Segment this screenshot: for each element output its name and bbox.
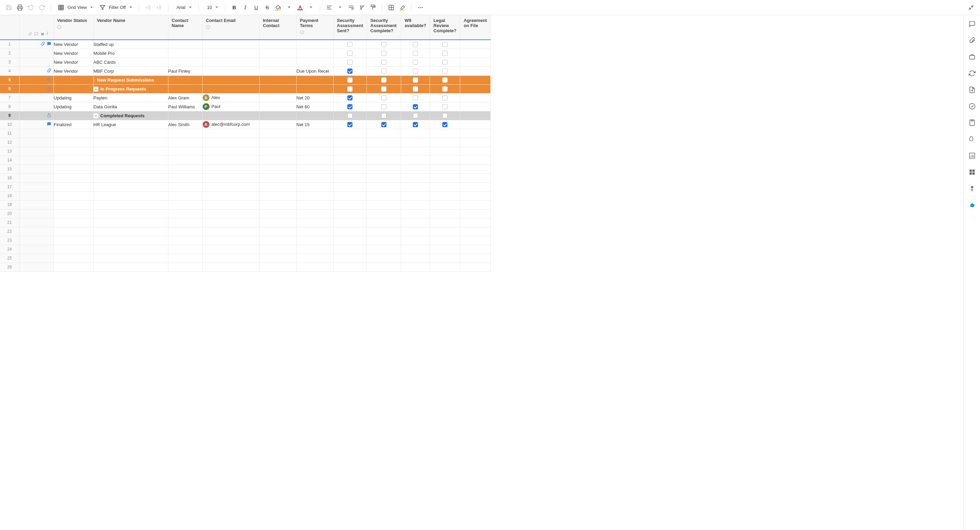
cell-internal-contact[interactable] [259,93,296,102]
table-row[interactable]: 16 [0,173,491,182]
checkbox[interactable] [381,122,387,127]
cell-w9[interactable] [401,49,430,57]
row-number[interactable]: 2 [0,49,19,57]
cell-vendor-status[interactable]: New Vendor [54,67,93,75]
underline-icon[interactable]: U [251,3,261,12]
cell-security-sent[interactable] [333,67,367,75]
cell-legal-review[interactable] [430,102,460,111]
checkbox[interactable] [413,60,418,65]
checkbox[interactable] [413,68,418,74]
cell-legal-review[interactable] [430,120,460,129]
cell-payment-terms[interactable] [296,49,333,57]
redo-icon[interactable] [37,3,47,12]
row-number[interactable]: 19 [0,200,19,209]
rail-microsoft-icon[interactable] [967,167,977,177]
format-painter-icon[interactable] [368,3,378,12]
checkbox[interactable] [347,78,353,83]
rail-chart-icon[interactable] [967,151,977,161]
cell-contact-email[interactable] [202,67,259,75]
cell-vendor-status[interactable] [54,75,93,84]
cell-security-sent[interactable] [333,120,367,129]
checkbox[interactable] [442,68,447,74]
table-row[interactable]: 1 New Vendor Staffed up [0,40,491,49]
table-row[interactable]: 8 Updating Data Gorilla Paul Williams PP… [0,102,491,111]
clear-format-icon[interactable] [357,3,367,12]
cell-vendor-name[interactable]: HR League [93,120,168,129]
col-contact-name[interactable]: Contact Name [168,15,202,40]
row-number[interactable]: 24 [0,245,19,254]
cell-security-complete[interactable] [367,102,401,111]
row-number[interactable]: 1 [0,40,19,49]
cell-vendor-status[interactable] [54,111,93,120]
cell-w9[interactable] [401,102,430,111]
table-row[interactable]: 5 New Request Submissions [0,75,491,84]
checkbox[interactable] [413,104,418,109]
cell-security-sent[interactable] [333,40,367,49]
cell-contact-name[interactable]: Alex Gram [168,93,202,102]
row-number[interactable]: 14 [0,156,19,164]
table-row[interactable]: 10 Finalized HR League Alec Smith Aalec@… [0,120,491,129]
table-row[interactable]: 22 [0,227,491,236]
rail-conversations-icon[interactable] [967,19,977,29]
checkbox[interactable] [442,95,447,100]
undo-icon[interactable] [26,3,36,12]
row-number[interactable]: 4 [0,67,19,75]
cell-w9[interactable] [401,120,430,129]
table-row[interactable]: 9 −Completed Requests [0,111,491,120]
save-icon[interactable] [4,3,14,12]
cell-security-complete[interactable] [367,120,401,129]
row-number[interactable]: 22 [0,227,19,236]
cell-vendor-status[interactable]: New Vendor [54,49,93,57]
checkbox[interactable] [381,86,387,92]
table-row[interactable]: 18 [0,191,491,200]
cell-payment-terms[interactable]: Net 15 [296,120,333,129]
table-row[interactable]: 15 [0,164,491,173]
cell-vendor-status[interactable]: Finalized [54,120,93,129]
col-payment-terms[interactable]: Payment Terms [296,15,333,40]
cell-security-sent[interactable] [333,93,367,102]
checkbox[interactable] [347,42,353,47]
rail-proofs-icon[interactable] [967,52,977,62]
collapse-toggle[interactable]: − [94,113,99,118]
outdent-icon[interactable] [143,3,153,12]
checkbox[interactable] [381,68,387,74]
cell-w9[interactable] [401,93,430,102]
checkbox[interactable] [381,104,387,109]
cell-security-sent[interactable] [333,57,367,67]
cell-contact-name[interactable] [168,49,202,57]
checkbox[interactable] [413,51,418,56]
checkbox[interactable] [347,86,353,92]
checkbox[interactable] [442,60,447,65]
font-name-dropdown[interactable]: Arial [172,3,194,12]
row-number[interactable]: 26 [0,263,19,272]
cell-agreement[interactable] [460,67,491,75]
italic-icon[interactable]: I [240,3,250,12]
table-row[interactable]: 25 [0,254,491,263]
table-row[interactable]: 13 [0,147,491,156]
col-internal-contact[interactable]: Internal Contact [259,15,296,40]
cell-vendor-name[interactable]: −In Progress Requests [93,84,168,93]
lock-icon[interactable] [47,86,51,92]
cell-contact-name[interactable] [168,57,202,67]
wrap-icon[interactable] [346,3,356,12]
cell-vendor-name[interactable]: −Completed Requests [93,111,168,120]
row-number[interactable]: 6 [0,84,19,93]
checkbox[interactable] [381,42,387,47]
fill-color-caret[interactable] [284,3,294,12]
font-size-dropdown[interactable]: 10 [203,3,221,12]
cell-contact-email[interactable]: AAlex [202,93,259,102]
checkbox[interactable] [381,60,387,65]
row-number[interactable]: 15 [0,164,19,173]
rail-brandfolder-icon[interactable] [967,134,977,144]
checkbox[interactable] [381,113,387,118]
cell-contact-email[interactable] [202,49,259,57]
row-number[interactable]: 9 [0,111,19,120]
checkbox[interactable] [347,51,353,56]
cell-security-sent[interactable] [333,102,367,111]
row-number[interactable]: 21 [0,218,19,227]
cell-payment-terms[interactable]: Net 60 [296,102,333,111]
col-legal-review[interactable]: Legal Review Complete? [430,15,460,40]
cell-vendor-name[interactable]: Payten [93,93,168,102]
table-row[interactable]: 20 [0,209,491,218]
cell-w9[interactable] [401,67,430,75]
